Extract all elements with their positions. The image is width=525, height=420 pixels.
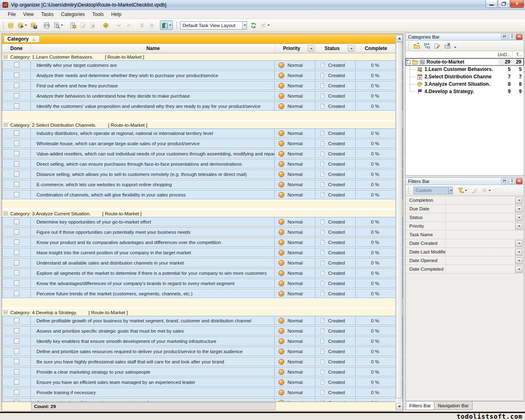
done-checkbox[interactable] (14, 281, 19, 286)
done-checkbox[interactable] (14, 349, 19, 354)
collapse-group-icon[interactable] (4, 123, 7, 127)
toolbar-overflow-icon[interactable] (454, 47, 457, 48)
done-checkbox[interactable] (14, 161, 19, 167)
category-group-row[interactable]: Category: 4.Develop a Strategy.[ Route-t… (2, 309, 403, 316)
filter-dropdown-button[interactable] (515, 197, 523, 204)
panel-collapse-button[interactable] (501, 178, 508, 184)
table-row[interactable]: Have insight into the current position o… (2, 248, 403, 257)
done-checkbox[interactable] (14, 83, 19, 88)
panel-close-button[interactable]: ✕ (516, 178, 523, 184)
table-row[interactable]: Determine key opportunities of your go-t… (2, 217, 403, 226)
menu-categories[interactable]: Categories (57, 10, 89, 19)
new-subcategory-button[interactable] (422, 42, 431, 50)
collapse-group-icon[interactable] (4, 55, 7, 59)
tree-item-category-1[interactable]: 1.Learn Customer Behaviors.55 (406, 66, 524, 73)
done-checkbox[interactable] (14, 359, 19, 364)
scroll-down-button[interactable] (396, 403, 403, 410)
restore-button[interactable] (498, 0, 510, 8)
table-row[interactable]: Identify who your target customers areNo… (2, 60, 403, 70)
column-header-complete[interactable]: Complete (356, 44, 396, 53)
chevron-down-icon[interactable] (61, 25, 63, 26)
move-down-button[interactable] (114, 21, 123, 30)
table-row[interactable]: Know the advantages/differences of your … (2, 278, 403, 288)
toolbar-grip[interactable] (2, 21, 5, 30)
column-header-done[interactable]: Done (2, 44, 31, 53)
table-row[interactable]: Explore all segments of the market to de… (2, 268, 403, 278)
table-row[interactable]: Set up metrics that will be used to meas… (2, 398, 403, 402)
new-database-button[interactable] (6, 21, 15, 30)
category-group-row[interactable]: Category: 2.Select Distribution Channels… (2, 121, 403, 128)
table-row[interactable]: Provide a clear marketing strategy to yo… (2, 367, 403, 377)
move-top-button[interactable] (147, 21, 156, 30)
done-checkbox[interactable] (14, 379, 19, 385)
done-checkbox[interactable] (14, 141, 19, 146)
done-checkbox[interactable] (14, 219, 19, 224)
menu-tools[interactable]: Tools (89, 10, 107, 19)
close-button[interactable]: ✕ (510, 0, 524, 8)
save-database-button[interactable] (29, 21, 38, 30)
chevron-down-icon[interactable] (448, 187, 452, 194)
done-checkbox[interactable] (14, 390, 19, 395)
print-preview-button[interactable] (52, 21, 64, 30)
tree-column-undone[interactable]: UnD... (498, 52, 511, 57)
table-row[interactable]: Analyze their needs and determine whethe… (2, 71, 403, 80)
tree-item-category-3[interactable]: 3.Analyze Current Situation.88 (406, 80, 524, 88)
open-database-button[interactable] (16, 21, 28, 30)
done-checkbox[interactable] (14, 73, 19, 78)
status-filter-dropdown[interactable] (348, 45, 354, 52)
vertical-scrollbar[interactable] (395, 35, 402, 410)
chevron-down-icon[interactable] (465, 190, 467, 191)
tree-item-route-to-market[interactable]: Route-to-Market2929 (406, 58, 524, 66)
table-row[interactable]: Provide training if necessaryNormalCreat… (2, 388, 403, 397)
delete-task-button[interactable] (88, 21, 97, 30)
table-row[interactable]: Find out where and how they purchaseNorm… (2, 81, 403, 90)
column-header-name[interactable]: Name (31, 44, 275, 53)
tab-filters-bar[interactable]: Filters Bar (406, 402, 434, 410)
done-checkbox[interactable] (14, 229, 19, 235)
done-checkbox[interactable] (14, 250, 19, 255)
table-row[interactable]: Assess and prioritize specific strategic… (2, 326, 403, 336)
table-row[interactable]: Ensure you have an efficient sales team … (2, 377, 403, 387)
done-checkbox[interactable] (14, 291, 19, 296)
done-checkbox[interactable] (14, 62, 19, 68)
filter-dropdown-button[interactable] (515, 266, 523, 273)
chevron-down-icon[interactable] (242, 22, 247, 29)
done-checkbox[interactable] (14, 260, 19, 265)
table-row[interactable]: Analyze their behaviors to understand ho… (2, 91, 403, 100)
done-checkbox[interactable] (14, 270, 19, 276)
filter-dropdown-button[interactable] (515, 223, 523, 230)
table-row[interactable]: Identify key enablers that ensure smooth… (2, 336, 403, 346)
panel-collapse-button[interactable] (501, 34, 508, 40)
done-checkbox[interactable] (14, 192, 19, 197)
scroll-up-button[interactable] (396, 35, 403, 42)
done-checkbox[interactable] (14, 151, 19, 156)
filter-dropdown-button[interactable] (515, 240, 523, 247)
done-checkbox[interactable] (14, 369, 19, 374)
done-checkbox[interactable] (14, 103, 19, 109)
table-row[interactable]: Understand all available sales and distr… (2, 258, 403, 267)
panel-pin-button[interactable] (509, 178, 515, 184)
edit-task-button[interactable] (78, 21, 87, 30)
minimize-button[interactable] (486, 0, 498, 8)
notes-panel-button[interactable] (160, 21, 173, 30)
delete-filter-button[interactable] (480, 186, 492, 194)
edit-category-button[interactable] (433, 42, 442, 50)
layout-combo[interactable]: Default Task View Layout (180, 21, 247, 30)
clear-filter-button[interactable] (470, 186, 479, 194)
chevron-down-icon[interactable] (169, 25, 171, 26)
table-row[interactable]: Know your product and its comparative ad… (2, 237, 403, 247)
apply-filter-button[interactable] (456, 186, 468, 194)
done-checkbox[interactable] (14, 171, 19, 177)
delete-category-button[interactable] (443, 42, 452, 50)
column-header-status[interactable]: Status (316, 44, 356, 53)
table-row[interactable]: Define profitable growth of your busines… (2, 316, 403, 325)
table-row[interactable]: Direct selling, which can ensure purchas… (2, 159, 403, 169)
done-checkbox[interactable] (14, 130, 19, 136)
table-row[interactable]: Figure out if those opportunities can po… (2, 227, 403, 237)
print-button[interactable] (42, 21, 51, 30)
table-row[interactable]: Industry distributors, which operate at … (2, 128, 403, 138)
done-checkbox[interactable] (14, 240, 19, 245)
menu-file[interactable]: File (4, 10, 19, 19)
delete-layout-button[interactable] (258, 21, 271, 30)
chevron-down-icon[interactable] (488, 190, 491, 191)
